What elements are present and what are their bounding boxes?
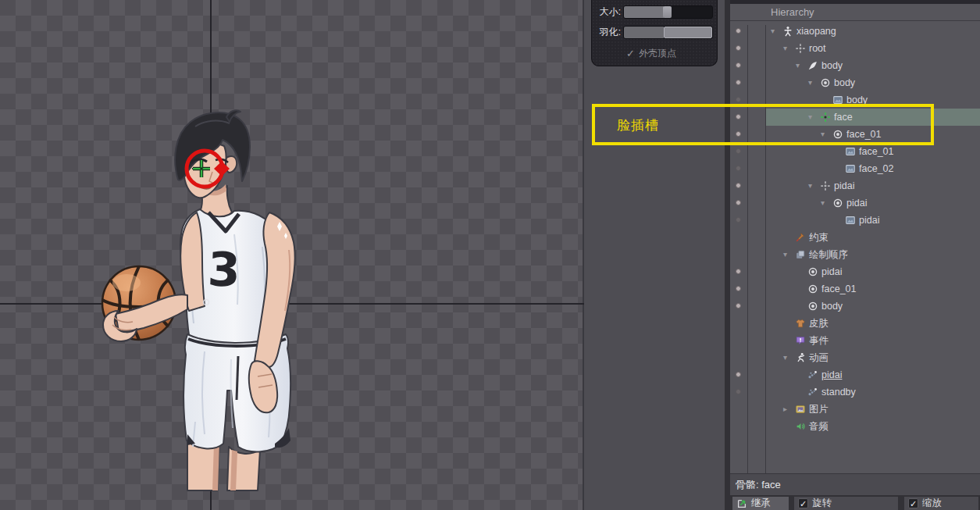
- tree-row-pidai[interactable]: ▾pidai: [766, 194, 980, 212]
- bone-properties-toolbar: 继承✓旋转✓缩放: [730, 495, 980, 510]
- tree-row-音频[interactable]: 音频: [766, 418, 980, 435]
- visibility-dot[interactable]: [736, 303, 741, 308]
- visibility-dot[interactable]: [736, 183, 741, 188]
- visibility-dot[interactable]: [736, 28, 741, 34]
- status-bar: 骨骼: face: [730, 473, 980, 495]
- tree-row-label: 皮肤: [809, 315, 829, 332]
- size-label: 大小:: [592, 5, 621, 19]
- skin-icon: [795, 318, 806, 329]
- tree-row-pidai[interactable]: ▾pidai: [766, 177, 980, 194]
- collapse-arrow-icon[interactable]: ▾: [771, 23, 775, 40]
- visibility-dot[interactable]: [736, 200, 741, 205]
- tree-row-face[interactable]: ▾face: [766, 109, 980, 126]
- tree-row-root[interactable]: ▾root: [766, 40, 980, 57]
- collapse-arrow-icon[interactable]: ▾: [796, 57, 800, 74]
- anim-clip-icon: [807, 387, 818, 398]
- tree-row-face_01[interactable]: ▾face_01: [766, 126, 980, 143]
- tree-row-事件[interactable]: 事件: [766, 332, 980, 349]
- visibility-dot[interactable]: [736, 62, 741, 68]
- visibility-dot[interactable]: [736, 217, 741, 223]
- tree-row-pidai[interactable]: pidai: [766, 366, 980, 383]
- tree-row-绘制顺序[interactable]: ▾绘制顺序: [766, 246, 980, 263]
- tree-row-face_01[interactable]: face_01: [766, 280, 980, 298]
- tree-row-label: pidai: [821, 366, 842, 383]
- audio-icon: [795, 421, 806, 432]
- collapse-arrow-icon[interactable]: ▾: [783, 349, 787, 366]
- tree-row-皮肤[interactable]: 皮肤: [766, 315, 980, 332]
- image-icon: [832, 95, 843, 105]
- collapse-arrow-icon[interactable]: ▾: [808, 109, 812, 126]
- visibility-dot[interactable]: [736, 131, 741, 137]
- tree-row-body[interactable]: ▾body: [766, 74, 980, 91]
- tree-row-standby[interactable]: standby: [766, 383, 980, 401]
- visibility-dot[interactable]: [736, 148, 741, 154]
- feather-slider[interactable]: [623, 26, 713, 39]
- tree-row-pidai[interactable]: pidai: [766, 212, 980, 229]
- feather-label: 羽化:: [592, 26, 621, 39]
- size-slider[interactable]: [623, 5, 713, 19]
- feather-slider-segment[interactable]: [664, 27, 712, 38]
- weights-options-panel: 大小: 羽化: ✓ 外壳顶点: [591, 0, 718, 66]
- tree-row-label: 绘制顺序: [809, 246, 848, 263]
- tree-row-pidai[interactable]: pidai: [766, 263, 980, 280]
- toolbar-checkbox-缩放[interactable]: ✓缩放: [904, 497, 978, 510]
- tree-row-body[interactable]: body: [766, 298, 980, 315]
- inherit-icon: [736, 498, 747, 509]
- visibility-dot[interactable]: [736, 389, 741, 394]
- hierarchy-title: Hierarchy: [771, 4, 814, 21]
- collapse-arrow-icon[interactable]: ▾: [783, 40, 787, 57]
- tree-row-label: face_01: [821, 280, 856, 298]
- tree-row-图片[interactable]: ▸图片: [766, 401, 980, 418]
- visibility-dot[interactable]: [736, 114, 741, 119]
- toolbar-inherit-继承[interactable]: 继承: [732, 497, 789, 510]
- visibility-column-header[interactable]: [730, 4, 747, 21]
- draw-order-icon: [795, 249, 806, 260]
- size-slider-handle[interactable]: [663, 6, 672, 18]
- toolbar-checkbox-旋转[interactable]: ✓旋转: [794, 497, 898, 510]
- slot-icon: [820, 77, 831, 88]
- tree-row-body[interactable]: ▾body: [766, 57, 980, 74]
- expand-arrow-icon[interactable]: ▸: [783, 401, 787, 418]
- bone-crosshair-icon: [820, 180, 831, 191]
- collapse-arrow-icon[interactable]: ▾: [821, 194, 825, 212]
- visibility-dot[interactable]: [736, 269, 741, 274]
- collapse-arrow-icon[interactable]: ▾: [821, 126, 825, 143]
- collapse-arrow-icon[interactable]: ▾: [783, 246, 787, 263]
- visibility-dot[interactable]: [736, 45, 741, 51]
- tree-row-label: pidai: [821, 263, 842, 280]
- viewport-canvas[interactable]: 3: [0, 0, 584, 510]
- visibility-dot[interactable]: [736, 97, 741, 102]
- tree-row-label: 动画: [809, 349, 829, 366]
- collapse-arrow-icon[interactable]: ▾: [808, 74, 812, 91]
- checkbox-icon[interactable]: ✓: [798, 498, 808, 508]
- tree-row-动画[interactable]: ▾动画: [766, 349, 980, 366]
- tree-row-label: body: [821, 298, 843, 315]
- tree-row-约束[interactable]: 约束: [766, 229, 980, 246]
- toolbar-label: 旋转: [812, 497, 832, 510]
- hull-vertices-checkbox[interactable]: ✓ 外壳顶点: [626, 47, 676, 60]
- visibility-dot[interactable]: [736, 80, 741, 85]
- collapse-arrow-icon[interactable]: ▾: [808, 177, 812, 194]
- visibility-dot[interactable]: [736, 166, 741, 171]
- tree-row-body[interactable]: body: [766, 91, 980, 109]
- tree-row-label: face_01: [859, 143, 893, 160]
- column-divider: [747, 25, 748, 473]
- checkbox-icon[interactable]: ✓: [908, 498, 918, 508]
- event-icon: [795, 335, 806, 346]
- bone-icon: [807, 60, 818, 71]
- check-icon: ✓: [626, 48, 635, 59]
- tree-row-xiaopang[interactable]: ▾xiaopang: [766, 23, 980, 40]
- hull-vertices-label: 外壳顶点: [639, 47, 676, 60]
- visibility-dot[interactable]: [736, 286, 741, 291]
- tree-row-face_02[interactable]: face_02: [766, 160, 980, 177]
- visibility-dot[interactable]: [736, 372, 741, 377]
- panel-separator[interactable]: [725, 0, 730, 510]
- feather-slider-fill: [624, 27, 664, 38]
- slot-icon: [832, 198, 843, 209]
- tree-row-label: pidai: [846, 194, 867, 212]
- tree-row-face_01[interactable]: face_01: [766, 143, 980, 160]
- key-column-header[interactable]: [748, 4, 765, 21]
- image-icon: [845, 146, 856, 157]
- anim-clip-icon: [807, 369, 818, 380]
- selection-annotations: [0, 0, 584, 510]
